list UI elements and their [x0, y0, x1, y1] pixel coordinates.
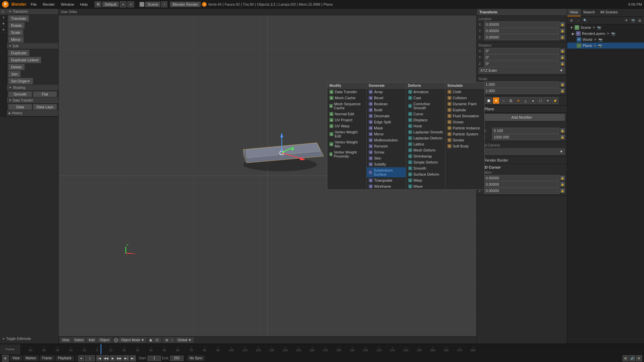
mod-lattice[interactable]: ⊡ Lattice: [406, 141, 445, 147]
modifier-props-icon[interactable]: ⚙: [515, 97, 522, 104]
mod-vw-mix[interactable]: ◈ Vertex Weight Mix: [327, 139, 366, 149]
footer-icon-3[interactable]: ⚙: [636, 355, 642, 361]
scene-new-icon[interactable]: +: [161, 1, 167, 7]
mod-wireframe[interactable]: ⊞ Wireframe: [367, 183, 406, 189]
delete-btn[interactable]: Delete: [8, 64, 25, 70]
duplicate-btn[interactable]: Duplicate: [8, 50, 30, 56]
mod-explode[interactable]: ⚙ Explode: [445, 107, 484, 113]
mod-wave[interactable]: ⊡ Wave: [406, 183, 445, 189]
tool-icon-1[interactable]: ▷: [0, 9, 7, 15]
mod-cloth[interactable]: ⚙ Cloth: [445, 89, 484, 95]
menu-help[interactable]: Help: [78, 2, 90, 7]
mod-vw-edit[interactable]: ◈ Vertex Weight Edit: [327, 129, 366, 139]
vp-select-btn[interactable]: Select: [72, 338, 86, 343]
object-props-icon[interactable]: □: [500, 97, 507, 104]
frame-counter[interactable]: 1: [85, 355, 95, 361]
smooth-btn[interactable]: Smooth: [8, 91, 32, 97]
vp-add-btn[interactable]: Add: [87, 338, 97, 343]
data-btn[interactable]: Data: [8, 104, 32, 110]
mod-triangulate[interactable]: ⊞ Triangulate: [367, 177, 406, 183]
cursor-z-lock[interactable]: 🔒: [560, 188, 565, 193]
scene-props-icon[interactable]: 🔲: [485, 97, 492, 104]
tree-item-world[interactable]: W World 👁 📷: [567, 37, 644, 43]
loc-z-input[interactable]: [484, 34, 559, 40]
mod-surface-deform[interactable]: ⊡ Surface Deform: [406, 171, 445, 177]
rot-y-lock[interactable]: 🔒: [560, 55, 565, 60]
wire-mode-btn[interactable]: ⊡: [155, 338, 161, 343]
scale-x-input[interactable]: [484, 81, 559, 87]
end-input[interactable]: [170, 356, 183, 361]
no-sync-btn[interactable]: No Sync: [187, 356, 205, 361]
play-fwd-btn[interactable]: ▶▶: [116, 355, 122, 361]
play-btn[interactable]: ▶: [110, 355, 116, 361]
scale-x-lock[interactable]: 🔒: [560, 82, 565, 87]
mod-shrinkwrap[interactable]: ⊡ Shrinkwrap: [406, 153, 445, 159]
mod-corrective-smooth[interactable]: ⊡ Corrective Smooth: [406, 101, 445, 111]
layout-options-icon[interactable]: +: [120, 1, 126, 7]
mod-smooth[interactable]: ⊡ Smooth: [406, 165, 445, 171]
mod-dynamic-paint[interactable]: ⚙ Dynamic Paint: [445, 101, 484, 107]
mod-laplacian-smooth[interactable]: ⊡ Laplacian Smooth: [406, 129, 445, 135]
tool-icon-4[interactable]: ⊖: [0, 27, 7, 33]
mod-array[interactable]: ⊞ Array: [367, 89, 406, 95]
scene-selector[interactable]: Scene: [145, 2, 160, 7]
mod-smoke[interactable]: ⚙ Smoke: [445, 137, 484, 143]
mod-fluid-sim[interactable]: ⚙ Fluid Simulation: [445, 113, 484, 119]
cursor-x-lock[interactable]: 🔒: [560, 176, 565, 180]
mod-uv-project[interactable]: ◈ UV Project: [327, 117, 366, 123]
footer-icon-1[interactable]: ⊞: [623, 355, 629, 361]
footer-icon-2[interactable]: 🔊: [629, 355, 635, 361]
mod-laplacian-deform[interactable]: ⊡ Laplacian Deform: [406, 135, 445, 141]
tree-item-plane[interactable]: ▭ Plane 👁 📷: [567, 43, 644, 49]
mod-data-transfer[interactable]: ◈ Data Transfer: [327, 89, 366, 95]
plane-eye-icon[interactable]: 👁: [593, 44, 597, 48]
data-props-icon[interactable]: △: [522, 97, 529, 104]
world-eye-icon[interactable]: 👁: [594, 38, 597, 42]
mod-decimate[interactable]: ⊞ Decimate: [367, 113, 406, 119]
mod-remesh[interactable]: ⊞ Remesh: [367, 143, 406, 149]
vp-view-btn[interactable]: View: [60, 338, 71, 343]
proportional-edit-icon[interactable]: ○: [169, 338, 174, 343]
world-render-icon[interactable]: 📷: [598, 38, 602, 42]
mirror-btn[interactable]: Mirror: [8, 36, 24, 43]
renderlayer-eye-icon[interactable]: 👁: [606, 32, 610, 36]
particle-props-icon[interactable]: ✦: [544, 97, 551, 104]
solid-mode-btn[interactable]: ◉: [149, 338, 155, 343]
vp-object-btn[interactable]: Object: [98, 338, 111, 343]
play-next-btn[interactable]: ▶|: [123, 355, 129, 361]
loc-y-input[interactable]: [484, 28, 559, 34]
mod-particle-instance[interactable]: ⚙ Particle Instance: [445, 125, 484, 131]
mod-armature[interactable]: ⊡ Armature: [406, 89, 445, 95]
mod-skin[interactable]: ⊞ Skin: [367, 155, 406, 161]
mod-particle-system[interactable]: ⚙ Particle System: [445, 131, 484, 137]
plane-render-icon[interactable]: 📷: [598, 44, 602, 48]
rotate-btn[interactable]: Rotate: [8, 22, 25, 29]
mod-ocean[interactable]: ⚙ Ocean: [445, 119, 484, 125]
mod-solidify[interactable]: ⊞ Solidify: [367, 161, 406, 167]
rot-z-input[interactable]: [484, 61, 559, 67]
clip-end-lock[interactable]: 🔒: [560, 135, 565, 139]
mod-mesh-seq-cache[interactable]: ◈ Mesh Sequence Cache: [327, 101, 366, 111]
add-modifier-btn[interactable]: Add Modifier: [479, 114, 565, 121]
play-end-btn[interactable]: ▶|: [130, 355, 136, 361]
data-layers-btn[interactable]: Data Layo: [33, 104, 57, 110]
renderlayer-render-icon[interactable]: 📷: [611, 32, 615, 36]
mod-vw-prox[interactable]: ◈ Vertex Weight Proximity: [327, 149, 366, 159]
mod-mesh-deform[interactable]: ⊡ Mesh Deform: [406, 147, 445, 153]
join-btn[interactable]: Join: [8, 71, 21, 77]
footer-marker-btn[interactable]: Marker: [23, 356, 39, 361]
world-props-icon[interactable]: ▼: [493, 97, 499, 104]
mod-warp[interactable]: ⊡ Warp: [406, 177, 445, 183]
cursor-y-input[interactable]: [484, 181, 559, 187]
mod-collision[interactable]: ⚙ Collision: [445, 95, 484, 101]
tool-icon-3[interactable]: ⊕: [0, 21, 7, 27]
loc-z-lock[interactable]: 🔒: [560, 35, 565, 40]
footer-frame-btn[interactable]: Frame: [40, 356, 54, 361]
rotation-mode-dropdown[interactable]: XYZ Euler ▼: [479, 67, 565, 73]
scene-sort-icon[interactable]: ↕: [575, 17, 581, 23]
mod-cast[interactable]: ⊡ Cast: [406, 95, 445, 101]
engine-selector[interactable]: Blender Render: [170, 2, 201, 7]
mod-curve[interactable]: ⊡ Curve: [406, 111, 445, 117]
flat-btn[interactable]: Flat: [33, 91, 57, 97]
pivot-selector[interactable]: Global ▼: [175, 338, 194, 343]
